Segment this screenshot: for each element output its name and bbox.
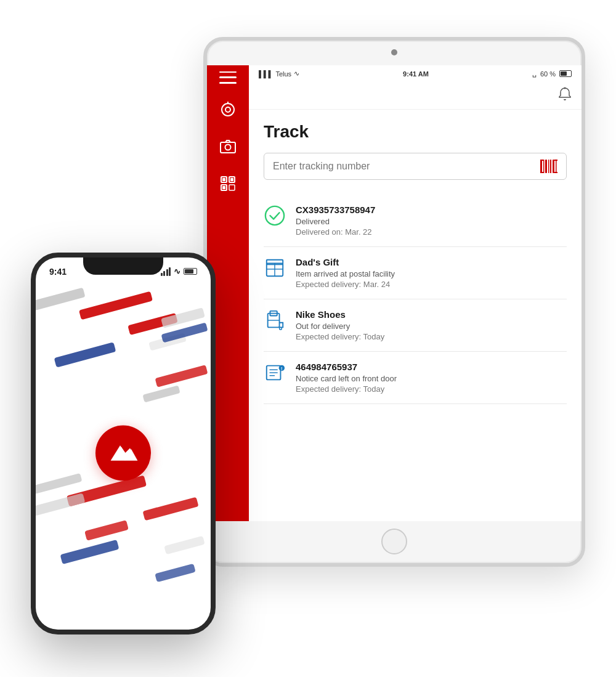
svg-rect-23 <box>554 172 557 173</box>
svg-text:!: ! <box>281 366 283 371</box>
svg-rect-9 <box>222 178 225 181</box>
package-item[interactable]: Nike Shoes Out for delivery Expected del… <box>264 299 567 352</box>
package-item[interactable]: ! 464984765937 Notice card left on front… <box>264 352 567 404</box>
package-date-text: Expected delivery: Today <box>296 384 567 394</box>
package-status-text: Notice card left on front door <box>296 374 567 383</box>
svg-point-4 <box>225 144 231 150</box>
tracking-input[interactable] <box>273 161 540 172</box>
phone-time: 9:41 <box>49 267 67 277</box>
tablet-page-content: Track <box>249 110 582 521</box>
package-info: Nike Shoes Out for delivery Expected del… <box>296 309 567 341</box>
package-info: 464984765937 Notice card left on front d… <box>296 362 567 394</box>
phone-status-right: ∿ <box>161 267 198 276</box>
svg-rect-20 <box>540 160 543 161</box>
svg-point-12 <box>564 87 566 89</box>
package-list: CX3935733758947 Delivered Delivered on: … <box>264 195 567 404</box>
phone-battery-icon <box>184 268 197 275</box>
svg-rect-14 <box>543 160 545 173</box>
phone-device: 9:41 ∿ <box>31 253 216 634</box>
package-date-text: Expected delivery: Mar. 24 <box>296 280 567 289</box>
svg-rect-10 <box>230 178 233 181</box>
sidebar-item-barcode[interactable] <box>217 172 239 195</box>
package-tracking-id: CX3935733758947 <box>296 205 567 215</box>
package-tracking-id: 464984765937 <box>296 362 567 372</box>
svg-rect-15 <box>545 160 547 173</box>
wifi-icon: ∿ <box>294 70 299 78</box>
delivered-check-icon <box>264 205 286 227</box>
package-info: Dad's Gift Item arrived at postal facili… <box>296 257 567 289</box>
svg-rect-17 <box>550 160 551 173</box>
svg-rect-11 <box>222 186 225 189</box>
package-status-text: Delivered <box>296 217 567 226</box>
package-item[interactable]: CX3935733758947 Delivered Delivered on: … <box>264 195 567 247</box>
svg-rect-21 <box>540 172 543 173</box>
notification-bell-icon[interactable] <box>558 87 572 105</box>
package-status-text: Item arrived at postal facility <box>296 269 567 278</box>
svg-point-32 <box>280 327 282 330</box>
tablet-camera <box>391 49 397 55</box>
svg-point-1 <box>225 107 230 112</box>
phone-splash <box>36 282 211 630</box>
scene: ▌▌▌ Telus ∿ 9:41 AM ␣ 60 % <box>31 37 585 641</box>
bluetooth-icon: ␣ <box>532 70 537 78</box>
phone-notch <box>83 257 163 275</box>
package-tracking-id: Nike Shoes <box>296 309 567 320</box>
svg-rect-19 <box>556 160 557 173</box>
postal-facility-icon <box>264 257 286 279</box>
statusbar-right: ␣ 60 % <box>532 70 572 78</box>
svg-point-0 <box>222 103 234 116</box>
tablet-statusbar: ▌▌▌ Telus ∿ 9:41 AM ␣ 60 % <box>249 65 582 83</box>
battery-label: 60 % <box>540 70 556 78</box>
statusbar-left: ▌▌▌ Telus ∿ <box>259 70 299 78</box>
tablet-topbar <box>249 83 582 110</box>
package-date-text: Expected delivery: Today <box>296 332 567 341</box>
tablet-home-button[interactable] <box>381 529 407 554</box>
package-info: CX3935733758947 Delivered Delivered on: … <box>296 205 567 237</box>
tablet-main-content: ▌▌▌ Telus ∿ 9:41 AM ␣ 60 % <box>249 65 582 521</box>
notice-card-icon: ! <box>264 362 286 384</box>
page-title: Track <box>264 122 567 142</box>
phone-screen: 9:41 ∿ <box>36 257 211 630</box>
signal-icon: ▌▌▌ <box>259 70 273 78</box>
package-date-text: Delivered on: Mar. 22 <box>296 227 567 237</box>
canada-post-logo <box>95 425 151 480</box>
sidebar-item-photo[interactable] <box>217 136 239 158</box>
package-status-text: Out for delivery <box>296 322 567 331</box>
svg-rect-13 <box>540 160 542 173</box>
svg-rect-16 <box>548 160 549 173</box>
sidebar-item-track[interactable] <box>217 99 239 121</box>
svg-point-24 <box>265 206 284 224</box>
svg-rect-18 <box>553 160 554 173</box>
package-tracking-id: Dad's Gift <box>296 257 567 267</box>
battery-icon <box>559 70 572 77</box>
sidebar-hamburger-icon[interactable] <box>219 71 237 84</box>
barcode-scan-icon[interactable] <box>540 160 557 173</box>
tracking-input-container[interactable] <box>264 153 567 180</box>
statusbar-time: 9:41 AM <box>403 70 429 78</box>
phone-wifi-icon: ∿ <box>174 267 180 276</box>
tablet-device: ▌▌▌ Telus ∿ 9:41 AM ␣ 60 % <box>203 37 585 567</box>
phone-signal-icon <box>161 267 171 276</box>
carrier-label: Telus <box>275 70 291 78</box>
out-for-delivery-icon <box>264 309 286 331</box>
package-item[interactable]: Dad's Gift Item arrived at postal facili… <box>264 247 567 299</box>
tablet-screen: ▌▌▌ Telus ∿ 9:41 AM ␣ 60 % <box>207 65 582 521</box>
svg-rect-8 <box>229 185 235 190</box>
svg-rect-22 <box>554 160 557 161</box>
